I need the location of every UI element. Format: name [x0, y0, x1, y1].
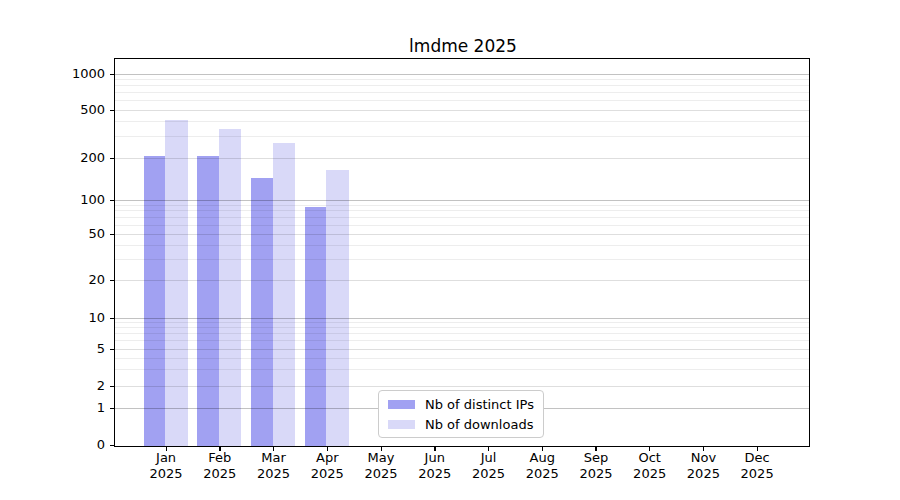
y-tick-mark-1 [110, 408, 114, 409]
gridline-y-70 [115, 217, 809, 218]
y-tick-mark-2 [110, 386, 114, 387]
y-tick-mark-20 [110, 280, 114, 281]
y-axis-tick-label-1000: 1000 [43, 66, 105, 82]
y-tick-mark-50 [110, 234, 114, 235]
gridline-y-900 [115, 79, 809, 80]
chart-title: lmdme 2025 [116, 36, 810, 56]
x-axis-tick-label-sep: Sep 2025 [568, 450, 624, 482]
gridline-y-6 [115, 340, 809, 341]
y-tick-mark-10 [110, 318, 114, 319]
x-axis-tick-label-apr: Apr 2025 [299, 450, 355, 482]
gridline-y-500 [115, 110, 809, 111]
legend-swatch-distinct-ips [388, 400, 415, 409]
y-axis-tick-label-200: 200 [43, 150, 105, 166]
y-tick-mark-100 [110, 200, 114, 201]
bar-nb-of-downloads-apr [326, 170, 349, 445]
legend-swatch-downloads [388, 420, 415, 429]
x-axis-tick-label-jun: Jun 2025 [407, 450, 463, 482]
gridline-y-60 [115, 225, 809, 226]
gridline-y-7 [115, 333, 809, 334]
gridline-y-200 [115, 158, 809, 159]
x-axis-tick-label-may: May 2025 [353, 450, 409, 482]
bar-nb-of-distinct-ips-apr [305, 207, 327, 445]
legend-label-distinct-ips: Nb of distinct IPs [425, 397, 534, 412]
gridline-y-300 [115, 136, 809, 137]
x-axis-tick-label-mar: Mar 2025 [246, 450, 302, 482]
x-axis-tick-label-feb: Feb 2025 [192, 450, 248, 482]
bar-nb-of-distinct-ips-mar [251, 178, 273, 446]
gridline-y-50 [115, 234, 809, 235]
y-axis-tick-label-1: 1 [43, 400, 105, 416]
y-tick-mark-5 [110, 349, 114, 350]
gridline-y-100 [115, 200, 809, 201]
bar-nb-of-downloads-jan [165, 120, 188, 446]
y-axis-tick-label-10: 10 [43, 310, 105, 326]
plot-area [114, 58, 810, 447]
legend-item-distinct-ips: Nb of distinct IPs [388, 397, 534, 412]
gridline-y-2 [115, 386, 809, 387]
gridline-y-1000 [115, 74, 809, 75]
y-tick-mark-0 [110, 445, 114, 446]
y-axis-tick-label-0: 0 [43, 437, 105, 453]
legend-item-downloads: Nb of downloads [388, 417, 534, 432]
bar-nb-of-downloads-mar [273, 143, 296, 445]
gridline-y-10 [115, 318, 809, 319]
gridline-y-3 [115, 369, 809, 370]
legend: Nb of distinct IPs Nb of downloads [378, 390, 544, 438]
bar-nb-of-downloads-feb [219, 129, 242, 445]
y-axis-tick-label-100: 100 [43, 192, 105, 208]
x-axis-tick-label-dec: Dec 2025 [729, 450, 785, 482]
gridline-y-8 [115, 327, 809, 328]
gridline-y-80 [115, 210, 809, 211]
gridline-y-30 [115, 259, 809, 260]
x-axis-tick-label-aug: Aug 2025 [514, 450, 570, 482]
download-stats-chart: lmdme 2025 01251020501002005001000 Jan 2… [0, 0, 900, 500]
y-tick-mark-500 [110, 110, 114, 111]
x-axis-tick-label-nov: Nov 2025 [675, 450, 731, 482]
gridline-y-5 [115, 349, 809, 350]
gridline-y-400 [115, 121, 809, 122]
y-axis-tick-label-20: 20 [43, 272, 105, 288]
gridline-y-700 [115, 92, 809, 93]
x-axis-tick-label-oct: Oct 2025 [622, 450, 678, 482]
x-axis-tick-label-jan: Jan 2025 [138, 450, 194, 482]
gridline-y-800 [115, 85, 809, 86]
gridline-y-40 [115, 245, 809, 246]
gridline-y-20 [115, 280, 809, 281]
y-axis-tick-label-500: 500 [43, 102, 105, 118]
gridline-y-90 [115, 205, 809, 206]
gridline-y-4 [115, 358, 809, 359]
x-axis-tick-label-jul: Jul 2025 [460, 450, 516, 482]
y-tick-mark-1000 [110, 74, 114, 75]
gridline-y-9 [115, 322, 809, 323]
y-axis-tick-label-2: 2 [43, 378, 105, 394]
y-axis-tick-label-5: 5 [43, 341, 105, 357]
y-tick-mark-200 [110, 158, 114, 159]
y-axis-tick-label-50: 50 [43, 226, 105, 242]
legend-label-downloads: Nb of downloads [425, 417, 533, 432]
gridline-y-600 [115, 100, 809, 101]
